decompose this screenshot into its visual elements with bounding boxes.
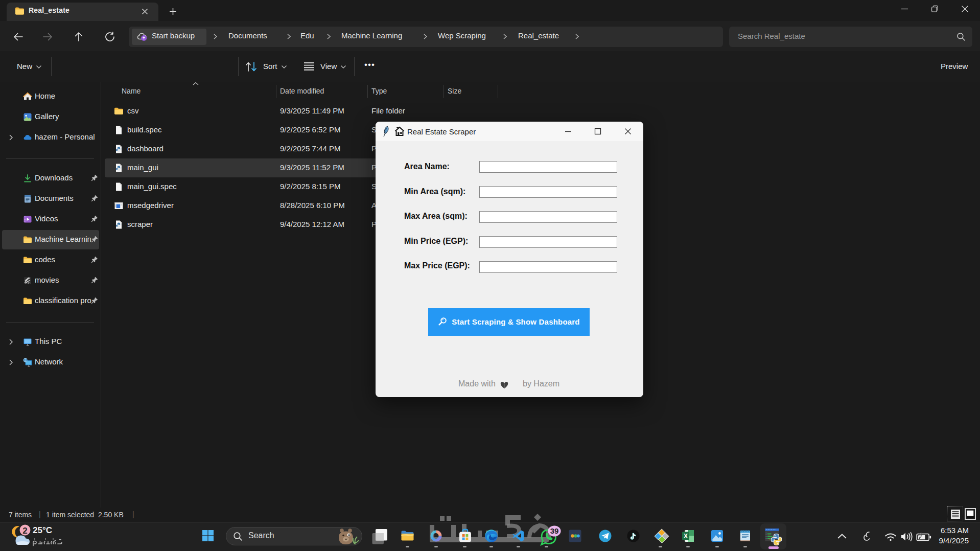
svg-text:X: X [684,533,688,540]
svg-text:39: 39 [550,526,559,535]
svg-text:2: 2 [22,526,27,536]
